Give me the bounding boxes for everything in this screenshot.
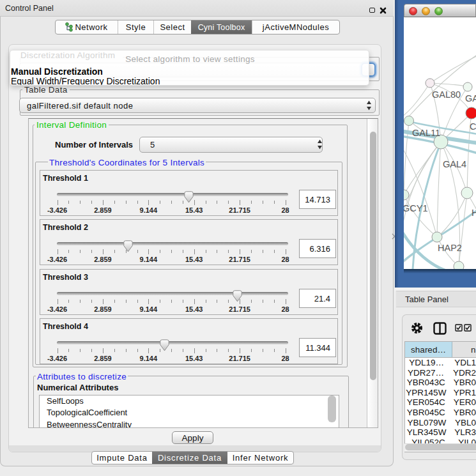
svg-text:H: H xyxy=(472,208,476,218)
svg-text:GAL: GAL xyxy=(465,93,476,104)
svg-text:GAL4: GAL4 xyxy=(443,159,466,169)
svg-text:C: C xyxy=(470,121,476,132)
svg-text:GAL11: GAL11 xyxy=(412,128,440,138)
svg-text:GCY1: GCY1 xyxy=(404,203,428,213)
svg-text:GAL80: GAL80 xyxy=(432,89,461,100)
svg-text:HAP2: HAP2 xyxy=(438,243,462,253)
